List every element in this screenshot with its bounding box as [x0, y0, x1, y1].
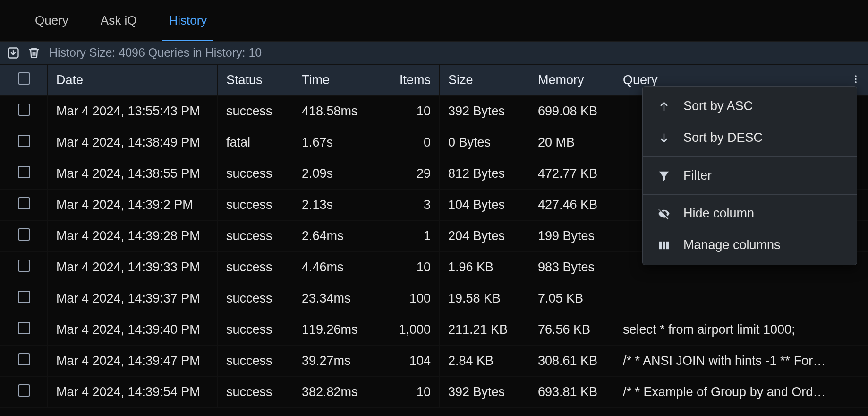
cell-status: success — [218, 221, 293, 252]
table-row[interactable]: Mar 4 2024, 14:39:54 PMsuccess382.82ms10… — [0, 377, 868, 408]
cell-date: Mar 4 2024, 14:39:37 PM — [48, 283, 218, 314]
history-toolbar: History Size: 4096 Queries in History: 1… — [0, 42, 868, 64]
cell-memory: 199 Bytes — [529, 221, 614, 252]
row-checkbox[interactable] — [18, 384, 30, 397]
col-header-date[interactable]: Date — [48, 65, 218, 96]
cell-memory: 76.56 KB — [529, 314, 614, 346]
menu-item-sort-by-asc[interactable]: Sort by ASC — [643, 90, 857, 122]
arrow-up-icon — [657, 99, 671, 113]
trash-icon — [27, 46, 41, 60]
cell-time: 1.67s — [293, 127, 383, 158]
tab-history[interactable]: History — [153, 0, 223, 41]
cell-status: success — [218, 346, 293, 377]
cell-items: 29 — [383, 158, 440, 190]
row-select-cell[interactable] — [0, 158, 48, 190]
menu-item-sort-by-desc[interactable]: Sort by DESC — [643, 122, 857, 154]
cell-size: 19.58 KB — [440, 283, 529, 314]
col-header-query-label: Query — [623, 73, 658, 87]
table-row[interactable]: Mar 4 2024, 14:39:47 PMsuccess39.27ms104… — [0, 346, 868, 377]
row-checkbox[interactable] — [18, 228, 30, 241]
menu-item-label: Sort by DESC — [683, 130, 763, 145]
tabs: Query Ask iQ History — [0, 0, 868, 42]
cell-time: 39.27ms — [293, 346, 383, 377]
tab-query[interactable]: Query — [19, 0, 85, 41]
row-checkbox[interactable] — [18, 166, 30, 178]
cell-status: fatal — [218, 127, 293, 158]
row-checkbox[interactable] — [18, 197, 30, 209]
cell-query: select * from airport limit 1000; — [614, 314, 868, 346]
delete-button[interactable] — [26, 44, 43, 61]
menu-item-filter[interactable]: Filter — [643, 160, 857, 191]
cell-status: success — [218, 314, 293, 346]
cell-memory: 693.81 KB — [529, 377, 614, 408]
column-menu-button[interactable] — [851, 73, 861, 87]
cell-memory: 20 MB — [529, 127, 614, 158]
cell-time: 2.13s — [293, 190, 383, 221]
col-header-items[interactable]: Items — [383, 65, 440, 96]
cell-items: 104 — [383, 346, 440, 377]
row-select-cell[interactable] — [0, 283, 48, 314]
menu-item-label: Sort by ASC — [683, 99, 753, 113]
history-size-text: History Size: 4096 Queries in History: 1… — [49, 46, 262, 60]
cell-items: 10 — [383, 252, 440, 283]
table-row[interactable]: Mar 4 2024, 14:39:40 PMsuccess119.26ms1,… — [0, 314, 868, 346]
cell-time: 119.26ms — [293, 314, 383, 346]
cell-date: Mar 4 2024, 14:39:54 PM — [48, 377, 218, 408]
cell-time: 4.46ms — [293, 252, 383, 283]
cell-size: 392 Bytes — [440, 377, 529, 408]
row-checkbox[interactable] — [18, 322, 30, 334]
tab-ask-iq[interactable]: Ask iQ — [85, 0, 153, 41]
row-checkbox[interactable] — [18, 135, 30, 147]
select-all-checkbox[interactable] — [18, 72, 30, 85]
cell-date: Mar 4 2024, 14:38:49 PM — [48, 127, 218, 158]
cell-time: 2.09s — [293, 158, 383, 190]
cell-items: 0 — [383, 127, 440, 158]
cell-memory: 308.61 KB — [529, 346, 614, 377]
col-header-size[interactable]: Size — [440, 65, 529, 96]
cell-size: 2.84 KB — [440, 346, 529, 377]
svg-rect-6 — [666, 241, 669, 249]
cell-time: 2.64ms — [293, 221, 383, 252]
cell-memory: 472.77 KB — [529, 158, 614, 190]
cell-size: 204 Bytes — [440, 221, 529, 252]
table-row[interactable]: Mar 4 2024, 14:39:37 PMsuccess23.34ms100… — [0, 283, 868, 314]
row-checkbox[interactable] — [18, 260, 30, 272]
cell-memory: 699.08 KB — [529, 96, 614, 127]
cell-date: Mar 4 2024, 14:39:33 PM — [48, 252, 218, 283]
row-select-cell[interactable] — [0, 252, 48, 283]
download-button[interactable] — [5, 44, 22, 61]
menu-item-hide-column[interactable]: Hide column — [643, 198, 857, 229]
cell-time: 382.82ms — [293, 377, 383, 408]
menu-separator — [643, 156, 857, 157]
kebab-icon — [851, 74, 861, 84]
cell-date: Mar 4 2024, 14:39:28 PM — [48, 221, 218, 252]
cell-date: Mar 4 2024, 13:55:43 PM — [48, 96, 218, 127]
menu-item-label: Manage columns — [683, 238, 781, 252]
cell-query: /* * ANSI JOIN with hints -1 ** For… — [614, 346, 868, 377]
row-select-cell[interactable] — [0, 377, 48, 408]
cell-size: 104 Bytes — [440, 190, 529, 221]
row-checkbox[interactable] — [18, 104, 30, 116]
cell-query — [614, 283, 868, 314]
cell-items: 10 — [383, 377, 440, 408]
col-header-time[interactable]: Time — [293, 65, 383, 96]
menu-item-label: Filter — [683, 168, 712, 183]
row-select-cell[interactable] — [0, 190, 48, 221]
row-select-cell[interactable] — [0, 346, 48, 377]
row-select-cell[interactable] — [0, 96, 48, 127]
svg-point-3 — [855, 81, 857, 83]
col-header-status[interactable]: Status — [218, 65, 293, 96]
col-header-memory[interactable]: Memory — [529, 65, 614, 96]
svg-rect-5 — [663, 241, 665, 249]
column-context-menu: Sort by ASCSort by DESCFilterHide column… — [642, 86, 857, 265]
cell-status: success — [218, 283, 293, 314]
cell-items: 1 — [383, 221, 440, 252]
row-select-cell[interactable] — [0, 221, 48, 252]
row-checkbox[interactable] — [18, 353, 30, 365]
row-select-cell[interactable] — [0, 127, 48, 158]
row-checkbox[interactable] — [18, 291, 30, 303]
menu-item-manage-columns[interactable]: Manage columns — [643, 229, 857, 261]
row-select-cell[interactable] — [0, 314, 48, 346]
cell-status: success — [218, 190, 293, 221]
select-all-header[interactable] — [0, 65, 48, 96]
